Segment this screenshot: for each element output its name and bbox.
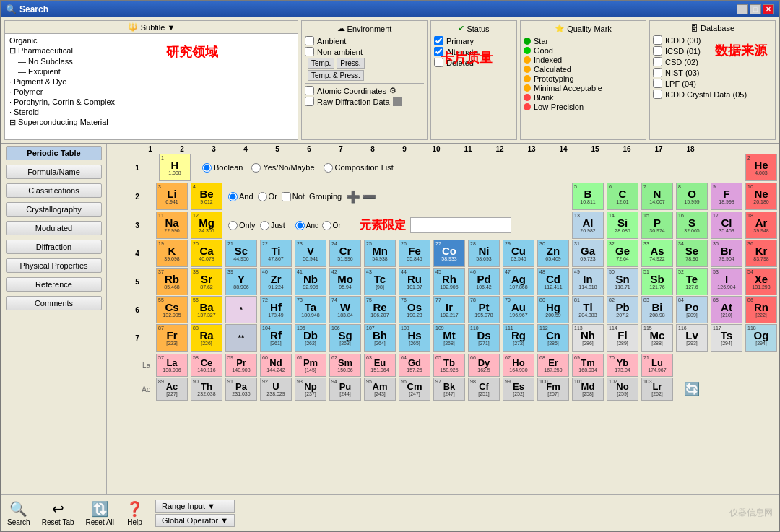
element-Cs[interactable]: 55Cs132.905 bbox=[156, 296, 188, 323]
yes-no-option[interactable]: Yes/No/Maybe bbox=[251, 163, 314, 173]
list-item[interactable]: — Excipient bbox=[6, 66, 296, 77]
element-Ar[interactable]: 18 Ar 39.948 bbox=[745, 212, 777, 239]
element-Pd[interactable]: 46Pd106.42 bbox=[468, 268, 500, 295]
reset-tab-button[interactable]: ↩ Reset Tab bbox=[42, 500, 74, 526]
element-Zn[interactable]: 30Zn65.409 bbox=[537, 240, 569, 267]
element-Ta[interactable]: 73Ta180.948 bbox=[295, 296, 326, 323]
element-Ho[interactable]: 67Ho164.930 bbox=[503, 354, 534, 377]
element-Eu[interactable]: 63Eu151.964 bbox=[364, 354, 396, 377]
element-Sg[interactable]: 106Sg[263] bbox=[329, 324, 361, 352]
element-Dy[interactable]: 66Dy162.5 bbox=[468, 354, 500, 377]
icdd-crystal-checkbox[interactable] bbox=[653, 90, 662, 99]
element-Li[interactable]: 3 Li 6.941 bbox=[156, 183, 188, 210]
element-Os[interactable]: 76Os190.23 bbox=[399, 296, 430, 323]
element-Sr[interactable]: 38Sr87.62 bbox=[191, 268, 222, 295]
global-operator-button[interactable]: Global Operator ▼ bbox=[155, 514, 235, 527]
element-S[interactable]: 16 S 32.065 bbox=[676, 212, 708, 239]
list-item[interactable]: · Steroid bbox=[6, 107, 296, 117]
list-item[interactable]: · Porphyrin, Corrin & Complex bbox=[6, 97, 296, 107]
element-Al[interactable]: 13 Al 26.982 bbox=[572, 212, 604, 239]
lpf-checkbox[interactable] bbox=[653, 79, 662, 88]
element-Ag[interactable]: 47Ag107.868 bbox=[503, 268, 534, 295]
element-Am[interactable]: 95Am[243] bbox=[364, 378, 396, 401]
ambient-checkbox[interactable] bbox=[305, 36, 314, 45]
element-Md[interactable]: 101Md[258] bbox=[572, 378, 604, 401]
element-Rg[interactable]: 111Rg[272] bbox=[503, 324, 534, 352]
formula-name-button[interactable]: Formula/Name bbox=[6, 165, 102, 179]
maximize-button[interactable]: □ bbox=[750, 4, 761, 14]
element-Pt[interactable]: 78Pt195.078 bbox=[468, 296, 500, 323]
list-item[interactable]: — No Subclass bbox=[6, 56, 296, 66]
element-Db[interactable]: 105Db[262] bbox=[295, 324, 326, 352]
element-Th[interactable]: 90Th232.038 bbox=[191, 378, 222, 401]
element-Cn[interactable]: 112Cn[285] bbox=[537, 324, 569, 352]
element-Mc[interactable]: 115Mc[288] bbox=[641, 324, 673, 352]
element-Tc[interactable]: 43Tc[98] bbox=[364, 268, 396, 295]
element-La[interactable]: 57La138.906 bbox=[156, 354, 188, 377]
element-Au[interactable]: 79Au196.967 bbox=[503, 296, 534, 323]
element-W[interactable]: 74W183.84 bbox=[329, 296, 361, 323]
element-Ac-marker[interactable]: ** bbox=[225, 324, 257, 352]
reference-button[interactable]: Reference bbox=[6, 277, 102, 292]
element-Cf[interactable]: 98Cf[251] bbox=[468, 378, 500, 401]
classifications-button[interactable]: Classifications bbox=[6, 183, 102, 198]
element-Ts[interactable]: 117Ts[294] bbox=[711, 324, 742, 352]
element-Es[interactable]: 99Es[252] bbox=[503, 378, 534, 401]
atomic-coords-checkbox[interactable] bbox=[305, 86, 314, 95]
element-Pu[interactable]: 94Pu[244] bbox=[329, 378, 361, 401]
element-Na[interactable]: 11 Na 22.990 bbox=[156, 212, 188, 239]
element-Hs[interactable]: 108Hs[265] bbox=[399, 324, 430, 352]
list-item[interactable]: · Polymer bbox=[6, 87, 296, 97]
element-As[interactable]: 33As74.922 bbox=[641, 240, 673, 267]
primary-checkbox[interactable] bbox=[434, 36, 443, 45]
element-Ti[interactable]: 22Ti47.867 bbox=[260, 240, 292, 267]
temp-press-button[interactable]: Temp. & Press. bbox=[308, 70, 364, 81]
element-At[interactable]: 85At[210] bbox=[711, 296, 742, 323]
element-Ir[interactable]: 77Ir192.217 bbox=[433, 296, 465, 323]
comments-button[interactable]: Comments bbox=[6, 296, 102, 310]
diffraction-button[interactable]: Diffraction bbox=[6, 240, 102, 254]
element-V[interactable]: 23V50.941 bbox=[295, 240, 326, 267]
element-Tm[interactable]: 69Tm168.934 bbox=[572, 354, 604, 377]
refresh-button[interactable]: 🔄 bbox=[676, 378, 708, 401]
element-Pa[interactable]: 91Pa231.036 bbox=[225, 378, 257, 401]
element-Sc[interactable]: 21Sc44.956 bbox=[225, 240, 257, 267]
element-Np[interactable]: 93Np[237] bbox=[295, 378, 326, 401]
grouping-add-button[interactable]: ➕ bbox=[346, 190, 360, 204]
element-Cu[interactable]: 29Cu63.546 bbox=[503, 240, 534, 267]
element-Og[interactable]: 118Og[294] bbox=[745, 324, 777, 352]
element-Si[interactable]: 14 Si 28.086 bbox=[607, 212, 638, 239]
list-item[interactable]: ⊟ Superconducting Material bbox=[6, 117, 296, 128]
element-Ca[interactable]: 20Ca40.078 bbox=[191, 240, 222, 267]
element-C[interactable]: 6 C 12.01 bbox=[607, 183, 638, 210]
element-In[interactable]: 49In114.818 bbox=[572, 268, 604, 295]
element-Kr[interactable]: 36Kr83.798 bbox=[745, 240, 777, 267]
element-Rb[interactable]: 37Rb85.468 bbox=[156, 268, 188, 295]
element-search-input[interactable] bbox=[410, 217, 511, 233]
temp-button[interactable]: Temp. bbox=[308, 58, 334, 69]
element-Rn[interactable]: 86Rn[222] bbox=[745, 296, 777, 323]
element-Pr[interactable]: 59Pr140.908 bbox=[225, 354, 257, 377]
element-Ni[interactable]: 28Ni58.693 bbox=[468, 240, 500, 267]
non-ambient-checkbox[interactable] bbox=[305, 47, 314, 56]
element-Nd[interactable]: 60Nd144.242 bbox=[260, 354, 292, 377]
element-Re[interactable]: 75Re186.207 bbox=[364, 296, 396, 323]
not-option[interactable]: Not bbox=[282, 192, 305, 201]
help-button[interactable]: ❓ Help bbox=[126, 500, 144, 526]
element-Se[interactable]: 34Se78.96 bbox=[676, 240, 708, 267]
just-option[interactable]: Just bbox=[260, 221, 285, 230]
element-Cl[interactable]: 17 Cl 35.453 bbox=[711, 212, 742, 239]
element-Lr[interactable]: 103Lr[262] bbox=[641, 378, 673, 401]
element-Gd[interactable]: 64Gd157.25 bbox=[399, 354, 430, 377]
element-Nb[interactable]: 41Nb92.906 bbox=[295, 268, 326, 295]
element-Xe[interactable]: 54Xe131.293 bbox=[745, 268, 777, 295]
element-Bi[interactable]: 83Bi208.98 bbox=[641, 296, 673, 323]
element-U[interactable]: 92U238.029 bbox=[260, 378, 292, 401]
element-Hf[interactable]: 72Hf178.49 bbox=[260, 296, 292, 323]
list-item[interactable]: ⊟ Pharmaceutical bbox=[6, 45, 296, 56]
or-option[interactable]: Or bbox=[258, 192, 277, 201]
element-No[interactable]: 102No[259] bbox=[607, 378, 638, 401]
element-K[interactable]: 19K39.098 bbox=[156, 240, 188, 267]
element-Co[interactable]: 27Co58.933 bbox=[433, 240, 465, 267]
element-B[interactable]: 5 B 10.811 bbox=[572, 183, 604, 210]
